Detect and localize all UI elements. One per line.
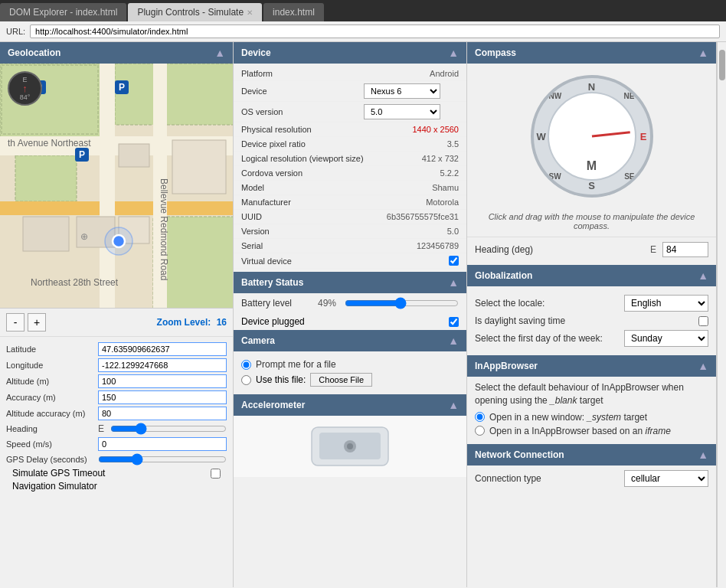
heading-slider[interactable] <box>110 423 227 435</box>
choose-file-button[interactable]: Choose File <box>310 373 372 387</box>
gps-delay-slider-group <box>98 453 227 466</box>
platform-value: Android <box>364 69 459 78</box>
heading-label: Heading <box>6 424 98 433</box>
iab-radio1[interactable] <box>475 412 485 422</box>
accelerometer-content <box>234 416 466 477</box>
accuracy-input[interactable] <box>98 390 227 404</box>
nav-sim-label: Navigation Simulator <box>12 481 221 492</box>
simulate-timeout-checkbox[interactable] <box>211 469 221 479</box>
connection-type-select[interactable]: cellular wifi ethernet none unknown <box>624 470 708 487</box>
platform-label: Platform <box>241 69 364 78</box>
virtual-device-checkbox[interactable] <box>449 256 459 266</box>
device-row-serial: Serial 123456789 <box>234 239 466 253</box>
compass-M: M <box>587 159 597 173</box>
camera-radio2-row: Use this file: Choose File <box>241 373 459 387</box>
speed-input[interactable] <box>98 437 227 451</box>
device-collapse[interactable]: ▲ <box>448 47 459 59</box>
device-row-os: OS version 5.0 4.4 6.0 <box>234 102 466 122</box>
heading-row-compass: Heading (deg) E <box>467 237 716 262</box>
camera-radio1[interactable] <box>241 360 251 370</box>
device-row-pixel-ratio: Device pixel ratio 3.5 <box>234 137 466 152</box>
latitude-input[interactable] <box>98 342 227 356</box>
compass-collapse[interactable]: ▲ <box>698 47 708 59</box>
map-container[interactable]: th Avenue Northeast Northeast 28th Stree… <box>0 64 233 309</box>
geolocation-collapse[interactable]: ▲ <box>214 47 225 59</box>
url-input[interactable] <box>30 24 720 38</box>
compass-visual: N S E W NE SE SW NW M <box>467 64 716 209</box>
url-bar: URL: <box>0 21 726 42</box>
svg-rect-9 <box>119 144 149 167</box>
svg-rect-13 <box>172 140 226 194</box>
device-row-phys-res: Physical resolution 1440 x 2560 <box>234 122 466 137</box>
geo-fields: Latitude Longitude Altitude (m) Accuracy… <box>0 337 233 497</box>
compass-section: Compass ▲ N S E W NE SE SW NW <box>467 42 716 262</box>
logical-res-value: 412 x 732 <box>364 154 459 163</box>
network-collapse[interactable]: ▲ <box>698 449 708 461</box>
first-day-label: Select the first day of the week: <box>475 333 624 344</box>
device-row-version: Version 5.0 <box>234 224 466 239</box>
svg-text:th Avenue Northeast: th Avenue Northeast <box>8 138 91 149</box>
gps-delay-slider[interactable] <box>98 453 227 466</box>
compass-title: Compass <box>475 47 516 58</box>
camera-radio1-label: Prompt me for a file <box>256 359 336 370</box>
geolocation-title: Geolocation <box>8 47 60 58</box>
model-value: Shamu <box>364 183 459 192</box>
speed-label: Speed (m/s) <box>6 439 98 449</box>
inappbrowser-collapse[interactable]: ▲ <box>698 360 708 372</box>
tab-plugin-controls[interactable]: Plugin Controls - Simulate ✕ <box>128 3 262 21</box>
battery-plugged-label: Device plugged <box>241 316 444 327</box>
main-area: Geolocation ▲ <box>0 42 726 587</box>
iab-desc-post: target <box>577 395 603 406</box>
daylight-checkbox[interactable] <box>698 316 708 326</box>
accuracy-label: Accuracy (m) <box>6 393 98 402</box>
tab-plugin-close[interactable]: ✕ <box>247 8 253 17</box>
globalization-header: Globalization ▲ <box>467 265 716 286</box>
scrollbar-thumb[interactable] <box>719 50 725 80</box>
longitude-label: Longitude <box>6 361 98 370</box>
locale-row: Select the locale: English Spanish Frenc… <box>475 295 708 312</box>
camera-radio2[interactable] <box>241 375 251 385</box>
locale-select[interactable]: English Spanish French German <box>624 295 708 312</box>
globalization-content: Select the locale: English Spanish Frenc… <box>467 286 716 355</box>
battery-collapse[interactable]: ▲ <box>448 276 459 289</box>
zoom-out-button[interactable]: - <box>6 313 25 332</box>
zoom-level-text: Zoom Level: <box>157 317 211 328</box>
camera-radio2-label: Use this file: <box>256 374 306 385</box>
cordova-value: 5.2.2 <box>364 168 459 178</box>
compass-outer-ring: N S E W NE SE SW NW M <box>531 75 653 198</box>
longitude-input[interactable] <box>98 358 227 372</box>
right-panel: Compass ▲ N S E W NE SE SW NW <box>467 42 717 587</box>
tab-index[interactable]: index.html <box>263 3 324 21</box>
iab-radio2[interactable] <box>475 426 485 436</box>
first-day-row: Select the first day of the week: Sunday… <box>475 330 708 347</box>
alt-accuracy-input[interactable] <box>98 407 227 420</box>
accelerometer-header: Accelerometer ▲ <box>234 394 466 416</box>
device-device-select[interactable]: Nexus 6 Nexus 5 Galaxy S6 <box>364 83 440 99</box>
os-version-select[interactable]: 5.0 4.4 6.0 <box>364 104 440 119</box>
globalization-collapse[interactable]: ▲ <box>698 270 708 282</box>
version-value: 5.0 <box>364 227 459 236</box>
inappbrowser-content: Select the default behaviour of InAppBro… <box>467 377 716 444</box>
battery-title: Battery Status <box>241 277 303 288</box>
battery-header: Battery Status ▲ <box>234 272 466 293</box>
compass-circle[interactable]: N S E W NE SE SW NW M <box>531 75 653 198</box>
zoom-in-button[interactable]: + <box>28 313 46 332</box>
tab-dom-explorer[interactable]: DOM Explorer - index.html <box>0 3 126 21</box>
altitude-input[interactable] <box>98 374 227 388</box>
camera-collapse[interactable]: ▲ <box>448 335 459 347</box>
device-device-label: Device <box>241 87 364 96</box>
os-label: OS version <box>241 107 364 116</box>
first-day-select[interactable]: Sunday Monday Saturday <box>624 330 708 347</box>
compass-NW: NW <box>549 92 562 100</box>
device-row-platform: Platform Android <box>234 67 466 81</box>
browser-chrome: DOM Explorer - index.html Plugin Control… <box>0 0 726 42</box>
battery-level-slider[interactable] <box>345 297 459 309</box>
globalization-section: Globalization ▲ Select the locale: Engli… <box>467 265 716 355</box>
battery-plugged-checkbox[interactable] <box>449 317 459 327</box>
svg-point-30 <box>347 443 353 449</box>
accelerometer-collapse[interactable]: ▲ <box>448 399 459 411</box>
svg-text:⊕: ⊕ <box>80 231 88 242</box>
manufacturer-label: Manufacturer <box>241 198 364 207</box>
heading-deg-input[interactable] <box>662 242 708 257</box>
scrollbar[interactable] <box>717 42 726 587</box>
